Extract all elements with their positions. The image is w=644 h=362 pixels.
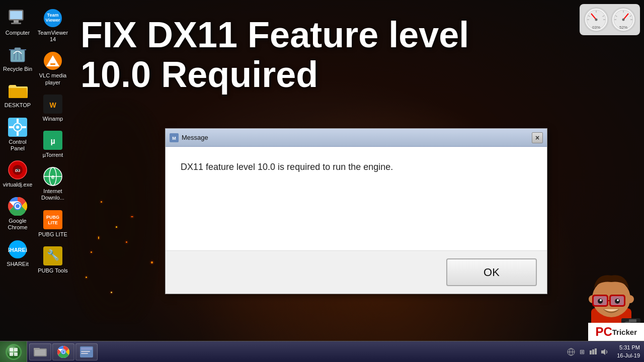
icon-pubg-tools-label: PUBG Tools <box>38 267 68 274</box>
message-dialog: M Message × DX11 feature level 10.0 is r… <box>165 128 547 294</box>
svg-rect-74 <box>10 352 13 356</box>
clock-date: 16-Jul-19 <box>617 352 640 359</box>
desktop-icons-right: Team Viewer TeamViewer 14 VLC media play… <box>35 0 70 278</box>
tray-icon-2 <box>589 347 598 356</box>
icon-recycle-label: Recycle Bin <box>3 66 32 72</box>
dialog-body: DX11 feature level 10.0 is required to r… <box>166 147 547 250</box>
icon-control-panel[interactable]: Control Panel <box>0 114 35 155</box>
svg-rect-85 <box>81 351 90 352</box>
svg-rect-14 <box>9 126 13 128</box>
title-line2: 10.0 Required <box>80 55 469 95</box>
svg-point-66 <box>617 299 619 301</box>
ram-percent: 52% <box>619 25 627 30</box>
icon-pubg-lite-label: PUBG LITE <box>38 231 67 238</box>
svg-text:µ: µ <box>50 137 55 145</box>
svg-rect-86 <box>81 353 88 354</box>
icon-winamp-label: Winamp <box>43 116 63 122</box>
icon-vlc-label: VLC media player <box>37 72 68 85</box>
icon-chrome-label: Google Chrome <box>2 218 33 231</box>
brand-pc-text: PC <box>595 325 612 339</box>
icon-shareit-label: SHAREit <box>7 261 28 267</box>
icon-virtualdj-label: virtualdj.exe <box>3 182 33 188</box>
cpu-percent: 03% <box>592 25 600 30</box>
title-overlay: FIX DX11 Feature level 10.0 Required <box>80 15 469 95</box>
clock-time: 5:31 PM <box>617 344 640 351</box>
icon-virtualdj[interactable]: DJ virtualdj.exe <box>0 157 35 191</box>
svg-point-51 <box>622 19 625 21</box>
icon-teamviewer-label: TeamViewer 14 <box>37 30 68 43</box>
icon-shareit[interactable]: SHAREit SHAREit <box>0 236 35 270</box>
svg-rect-84 <box>81 347 92 350</box>
ok-button[interactable]: OK <box>446 258 537 286</box>
svg-rect-91 <box>592 349 594 354</box>
svg-point-71 <box>7 345 20 358</box>
icon-internet-download-label: Internet Downlo... <box>37 188 68 201</box>
svg-point-11 <box>16 126 19 129</box>
icon-utorrent-label: µTorrent <box>43 152 63 158</box>
svg-point-48 <box>595 19 598 21</box>
svg-rect-77 <box>35 349 46 355</box>
speedometer-widget: 03% 52% <box>580 4 640 35</box>
speed-gauges: 03% 52% <box>584 7 636 32</box>
svg-rect-70 <box>629 319 636 322</box>
icon-chrome[interactable]: Google Chrome <box>0 193 35 234</box>
taskbar: ⊞ 5:31 PM 16-Jul-19 <box>0 341 644 362</box>
icon-computer[interactable]: Computer <box>0 5 35 39</box>
icon-vlc[interactable]: VLC media player <box>35 48 70 88</box>
brand-tricker-text: Tricker <box>612 328 637 336</box>
icon-internet-download[interactable]: e Internet Downlo... <box>35 163 70 204</box>
dialog-message: DX11 feature level 10.0 is required to r… <box>181 162 393 172</box>
desktop: FIX DX11 Feature level 10.0 Required Com… <box>0 0 644 362</box>
taskbar-clock: 5:31 PM 16-Jul-19 <box>613 344 644 359</box>
icon-recycle-bin[interactable]: Recycle Bin <box>0 41 35 75</box>
taskbar-chrome[interactable] <box>52 343 74 360</box>
dialog-close-button[interactable]: × <box>532 132 543 143</box>
dialog-title-icon: M <box>170 133 179 142</box>
cpu-gauge: 03% <box>584 7 609 32</box>
desktop-icons-left: Computer Recycle Bin <box>0 0 35 272</box>
dialog-titlebar: M Message × <box>166 129 547 147</box>
svg-rect-2 <box>14 20 19 23</box>
ram-gauge: 52% <box>611 7 636 32</box>
tray-volume-icon[interactable] <box>600 347 609 356</box>
icon-utorrent[interactable]: µ µTorrent <box>35 127 70 161</box>
svg-text:DJ: DJ <box>15 168 20 173</box>
svg-text:M: M <box>172 136 176 141</box>
icon-winamp[interactable]: W Winamp <box>35 91 70 125</box>
svg-text:Team: Team <box>47 13 59 18</box>
svg-rect-5 <box>15 48 21 50</box>
svg-rect-73 <box>14 348 18 351</box>
title-line1: FIX DX11 Feature level <box>80 15 469 55</box>
icon-desktop-label: DESKTOP <box>5 102 31 109</box>
dialog-footer: OK <box>166 250 547 294</box>
svg-text:PUBG: PUBG <box>46 215 59 220</box>
icon-pubg-tools[interactable]: 🔧 PUBG Tools <box>35 243 70 277</box>
taskbar-file-explorer[interactable] <box>29 343 51 360</box>
svg-rect-31 <box>50 63 55 65</box>
svg-rect-41 <box>43 210 62 229</box>
svg-rect-72 <box>10 348 13 351</box>
tray-icon-1: ⊞ <box>578 347 587 356</box>
svg-rect-78 <box>34 348 40 350</box>
start-button[interactable] <box>0 341 27 363</box>
brand-bar: PC Tricker <box>588 323 644 341</box>
icon-pubg-lite[interactable]: PUBG LITE PUBG LITE <box>35 207 70 241</box>
svg-rect-13 <box>17 132 19 136</box>
icon-teamviewer[interactable]: Team Viewer TeamViewer 14 <box>35 5 70 46</box>
svg-text:SHAREit: SHAREit <box>8 247 27 253</box>
system-tray: ⊞ <box>562 347 613 356</box>
pubg-character-silhouette <box>70 101 161 322</box>
svg-text:Viewer: Viewer <box>46 18 60 23</box>
pc-tricker-container: PC Tricker <box>579 268 644 341</box>
svg-point-82 <box>62 350 65 353</box>
svg-point-65 <box>600 299 602 301</box>
svg-rect-75 <box>14 352 18 356</box>
tray-network-icon <box>567 347 576 356</box>
svg-text:LITE: LITE <box>48 220 58 225</box>
icon-control-panel-label: Control Panel <box>2 139 33 152</box>
taskbar-dialog-app[interactable] <box>75 343 98 360</box>
icon-desktop-folder[interactable]: DESKTOP <box>0 77 35 112</box>
svg-rect-3 <box>11 23 21 24</box>
svg-text:e: e <box>51 173 55 180</box>
svg-point-57 <box>626 295 634 303</box>
